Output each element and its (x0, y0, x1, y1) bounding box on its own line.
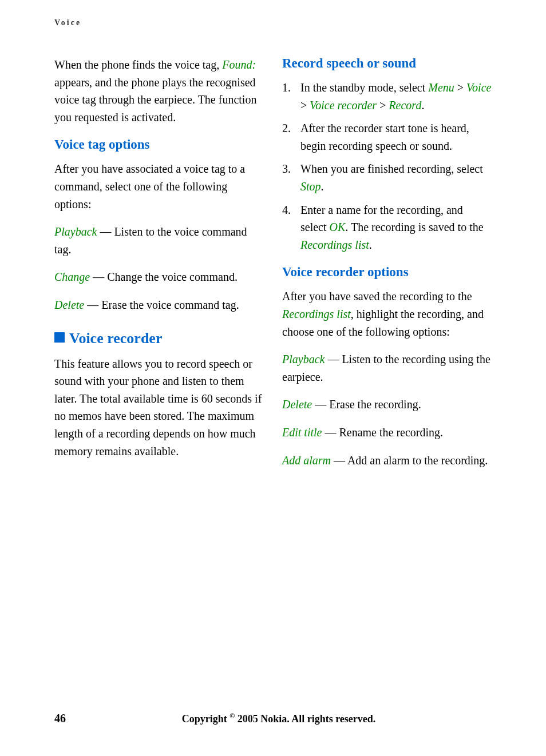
column-right: Record speech or sound In the standby mo… (282, 56, 492, 479)
running-header: Voice (54, 18, 492, 27)
column-left: When the phone finds the voice tag, Foun… (54, 56, 264, 479)
text: — Erase the recording. (312, 398, 421, 411)
heading-record-speech: Record speech or sound (282, 56, 492, 71)
heading-voice-recorder: Voice recorder (54, 330, 264, 347)
square-bullet-icon (54, 332, 65, 343)
step-1: In the standby mode, select Menu > Voice… (282, 79, 492, 114)
heading-text: Voice recorder (69, 330, 162, 347)
term-found: Found: (222, 58, 256, 71)
vto-change: Change — Change the voice command. (54, 268, 264, 286)
text: When the phone finds the voice tag, (54, 58, 222, 71)
copyright-symbol: © (230, 712, 235, 720)
text: 2005 Nokia. All rights reserved. (235, 713, 375, 725)
vro-playback: Playback — Listen to the recording using… (282, 351, 492, 385)
text: appears, and the phone plays the recogni… (54, 76, 256, 124)
record-steps: In the standby mode, select Menu > Voice… (282, 79, 492, 253)
vro-add-alarm: Add alarm — Add an alarm to the recordin… (282, 452, 492, 469)
term-change: Change (54, 270, 90, 283)
page-number: 46 (54, 712, 66, 725)
text: When you are finished recording, select (300, 162, 483, 175)
text: In the standby mode, select (300, 81, 428, 94)
vto-delete: Delete — Erase the voice command tag. (54, 296, 264, 314)
vro-delete: Delete — Erase the recording. (282, 396, 492, 413)
heading-voice-tag-options: Voice tag options (54, 137, 264, 152)
text: After you have saved the recording to th… (282, 290, 472, 303)
columns: When the phone finds the voice tag, Foun… (54, 56, 492, 479)
term-stop: Stop (300, 180, 321, 193)
text: — Change the voice command. (90, 270, 238, 283)
term-playback: Playback (282, 353, 325, 365)
term-edit-title: Edit title (282, 426, 322, 439)
term-menu: Menu (428, 81, 454, 94)
step-4: Enter a name for the recording, and sele… (282, 201, 492, 254)
term-voice-recorder: Voice recorder (310, 99, 377, 112)
intro-paragraph: When the phone finds the voice tag, Foun… (54, 56, 264, 126)
term-delete: Delete (54, 299, 84, 311)
term-recordings-list: Recordings list (282, 308, 351, 320)
heading-vro: Voice recorder options (282, 265, 492, 280)
term-ok: OK (330, 221, 346, 233)
copyright: Copyright © 2005 Nokia. All rights reser… (66, 712, 492, 725)
text: Copyright (182, 713, 230, 725)
text: — Erase the voice command tag. (84, 299, 239, 311)
term-playback: Playback (54, 225, 97, 238)
vto-intro: After you have associated a voice tag to… (54, 160, 264, 213)
step-3: When you are finished recording, select … (282, 160, 492, 195)
term-record: Record (389, 99, 421, 112)
text: . The recording is saved to the (345, 221, 483, 233)
vto-playback: Playback — Listen to the voice command t… (54, 223, 264, 258)
text: — Rename the recording. (322, 426, 443, 439)
text: — Add an alarm to the recording. (331, 454, 488, 467)
page-content: Voice When the phone finds the voice tag… (0, 0, 546, 479)
step-2: After the recorder start tone is heard, … (282, 120, 492, 154)
term-recordings-list: Recordings list (300, 238, 369, 251)
term-voice: Voice (466, 81, 491, 94)
vro-intro: After you have saved the recording to th… (282, 288, 492, 340)
term-add-alarm: Add alarm (282, 454, 331, 467)
vro-edit-title: Edit title — Rename the recording. (282, 424, 492, 441)
footer: 46 Copyright © 2005 Nokia. All rights re… (54, 712, 492, 725)
term-delete: Delete (282, 398, 312, 411)
vr-intro: This feature allows you to record speech… (54, 355, 264, 460)
